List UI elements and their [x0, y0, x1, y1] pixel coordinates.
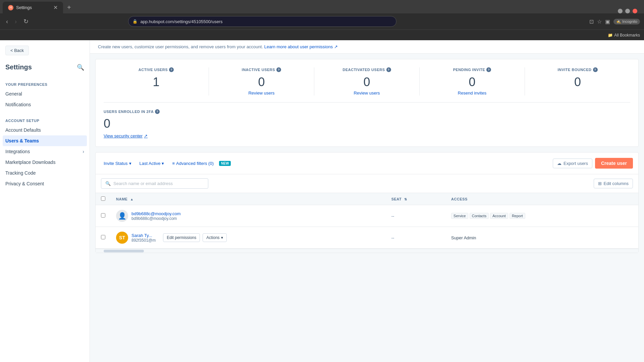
table-scroll-container: NAME ▲ SEAT ⇅ ACCESS	[96, 193, 638, 249]
sidebar-item-notifications[interactable]: Notifications	[0, 99, 90, 110]
deactivated-users-info-icon[interactable]: ?	[386, 67, 391, 72]
close-button[interactable]	[633, 9, 637, 13]
tab-favicon: H	[8, 5, 13, 10]
row2-checkbox-cell	[96, 227, 111, 249]
sidebar-item-integrations[interactable]: Integrations ›	[0, 146, 90, 157]
actions-chevron-icon: ▾	[221, 235, 223, 240]
tab-close-button[interactable]: ✕	[53, 4, 58, 11]
browser-toolbar: ‹ › ↻ 🔒 app.hubspot.com/settings/4510550…	[0, 13, 644, 29]
back-button[interactable]: < Back	[5, 46, 29, 55]
tab-bar: H Settings ✕ +	[0, 0, 644, 13]
search-icon-inside: 🔍	[105, 181, 111, 186]
resend-invites-link[interactable]: Resend invites	[425, 90, 519, 96]
row1-avatar-icon: 👤	[118, 212, 126, 220]
stats-panel: ACTIVE USERS ? 1 INACTIVE USERS ? 0 Revi…	[95, 59, 639, 147]
search-row: 🔍 ⊞ Edit columns	[96, 174, 638, 193]
security-center-ext-icon: ↗	[144, 133, 148, 138]
row2-avatar-initials: ST	[119, 235, 125, 240]
back-nav-button[interactable]: ‹	[4, 17, 10, 26]
create-user-button[interactable]: Create user	[595, 158, 633, 169]
users-table-area: Invite Status ▾ Last Active ▾ ≡ Advanced…	[95, 152, 639, 253]
sidebar-item-tracking-code[interactable]: Tracking Code	[0, 168, 90, 178]
external-link-icon: ↗	[334, 44, 338, 49]
invite-bounced-info-icon[interactable]: ?	[593, 67, 598, 72]
row1-checkbox-cell	[96, 205, 111, 227]
cast-icon[interactable]: ⊡	[589, 18, 594, 25]
pending-invite-info-icon[interactable]: ?	[486, 67, 491, 72]
bookmark-icon[interactable]: ☆	[597, 18, 602, 25]
row2-actions: Edit permissions Actions ▾	[163, 233, 226, 242]
table-row: ST Sarah Ty... 892f3501@m Edit permissio…	[96, 227, 638, 249]
row1-name-cell: 👤 bd9b688c@moodjoy.com bd9b688c@moodjoy.…	[111, 205, 386, 227]
row2-sub-email: 892f3501@m	[131, 238, 156, 243]
invite-bounced-stat: INVITE BOUNCED ? 0	[525, 67, 630, 96]
sidebar-item-marketplace[interactable]: Marketplace Downloads	[0, 157, 90, 168]
minimize-button[interactable]	[618, 9, 623, 13]
inactive-users-value: 0	[214, 75, 309, 89]
active-users-stat: ACTIVE USERS ? 1	[104, 67, 209, 96]
row2-seat-cell: --	[386, 227, 446, 249]
inactive-users-label: INACTIVE USERS ?	[214, 67, 309, 72]
row1-email[interactable]: bd9b688c@moodjoy.com	[131, 211, 181, 216]
reload-button[interactable]: ↻	[21, 16, 31, 26]
seat-sort-icon[interactable]: ⇅	[404, 197, 407, 201]
access-tag-account: Account	[490, 213, 508, 219]
chevron-down-icon: ▾	[129, 161, 131, 166]
users-toolbar: Invite Status ▾ Last Active ▾ ≡ Advanced…	[96, 153, 638, 174]
maximize-button[interactable]	[625, 9, 630, 13]
pending-invite-value: 0	[425, 75, 519, 89]
active-tab[interactable]: H Settings ✕	[3, 2, 63, 13]
header-checkbox-col	[96, 193, 111, 205]
learn-more-link[interactable]: Learn more about user permissions ↗	[264, 44, 338, 49]
row2-user-info: ST Sarah Ty... 892f3501@m Edit permissio…	[116, 232, 381, 244]
tab-title: Settings	[16, 5, 32, 10]
sidebar-search-button[interactable]: 🔍	[77, 64, 84, 71]
sidebar-title: Settings	[5, 63, 32, 71]
sidebar-item-general[interactable]: General	[0, 88, 90, 99]
row2-access-cell: Super Admin	[446, 227, 638, 249]
sidebar-item-users-teams[interactable]: Users & Teams	[3, 135, 87, 146]
row2-avatar: ST	[116, 232, 128, 244]
actions-dropdown-button[interactable]: Actions ▾	[203, 233, 226, 242]
inactive-users-info-icon[interactable]: ?	[276, 67, 281, 72]
table-header: NAME ▲ SEAT ⇅ ACCESS	[96, 193, 638, 205]
sort-arrow-icon[interactable]: ▲	[130, 197, 133, 201]
edit-columns-button[interactable]: ⊞ Edit columns	[594, 179, 633, 188]
security-center-link[interactable]: View security center ↗	[104, 133, 630, 138]
twofa-value: 0	[104, 117, 630, 131]
advanced-filters-button[interactable]: ≡ Advanced filters (0)	[169, 160, 216, 167]
sidebar-toggle-icon[interactable]: ▣	[605, 18, 610, 25]
your-preferences-section: Your Preferences General Notifications	[0, 76, 90, 113]
search-input[interactable]	[113, 181, 204, 186]
edit-permissions-button[interactable]: Edit permissions	[163, 233, 200, 242]
invite-bounced-value: 0	[530, 75, 625, 89]
review-inactive-link[interactable]: Review users	[214, 90, 309, 96]
address-bar[interactable]: 🔒 app.hubspot.com/settings/45105500/user…	[128, 16, 396, 27]
last-active-filter[interactable]: Last Active ▾	[137, 160, 167, 167]
sidebar-item-account-defaults[interactable]: Account Defaults	[0, 125, 90, 135]
h-scroll-thumb[interactable]	[104, 250, 144, 252]
row2-checkbox[interactable]	[101, 235, 105, 239]
row2-name[interactable]: Sarah Ty...	[131, 233, 156, 238]
sidebar-item-privacy-consent[interactable]: Privacy & Consent	[0, 178, 90, 189]
pending-invite-stat: PENDING INVITE ? 0 Resend invites	[420, 67, 525, 96]
row1-avatar: 👤	[116, 210, 128, 222]
row2-user-text: Sarah Ty... 892f3501@m	[131, 233, 156, 243]
select-all-checkbox[interactable]	[101, 196, 105, 201]
inactive-users-stat: INACTIVE USERS ? 0 Review users	[209, 67, 314, 96]
row1-checkbox[interactable]	[101, 213, 105, 218]
export-users-button[interactable]: ☁ Export users	[553, 159, 592, 168]
row1-sub-email: bd9b688c@moodjoy.com	[131, 216, 181, 221]
all-bookmarks[interactable]: 📁 All Bookmarks	[608, 33, 640, 38]
your-preferences-title: Your Preferences	[0, 79, 90, 88]
review-deactivated-link[interactable]: Review users	[320, 90, 414, 96]
invite-status-filter[interactable]: Invite Status ▾	[101, 160, 134, 167]
new-tab-button[interactable]: +	[64, 4, 74, 11]
chevron-icon: ›	[83, 149, 84, 154]
active-users-info-icon[interactable]: ?	[169, 67, 174, 72]
search-box[interactable]: 🔍	[101, 178, 208, 189]
horizontal-scrollbar[interactable]	[96, 249, 638, 253]
super-admin-badge: Super Admin	[451, 235, 476, 240]
forward-nav-button[interactable]: ›	[13, 17, 19, 26]
twofa-info-icon[interactable]: ?	[155, 109, 160, 114]
